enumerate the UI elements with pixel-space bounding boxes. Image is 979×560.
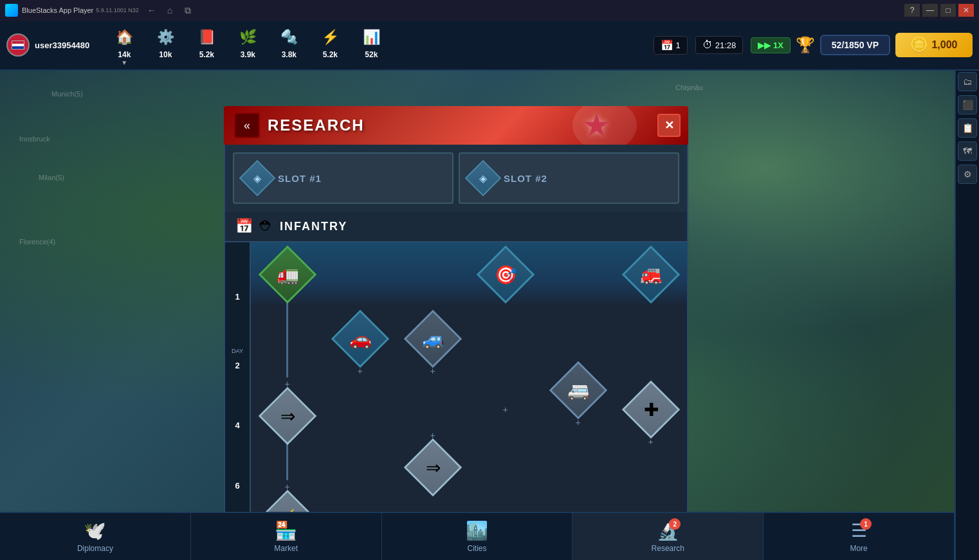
resource-item-0[interactable]: 🏠 14k ▼ [105,24,143,66]
tech-node-truck[interactable]: 🚛 [262,249,313,300]
day-label-2: 2 [225,356,250,415]
sidebar-btn-3[interactable]: 🗂 [958,72,977,91]
diplomacy-label: Diplomacy [77,544,113,553]
sidebar-btn-7[interactable]: ⚙ [958,165,977,184]
timer-hud-icon: ⏱ [702,39,713,51]
calendar-section-icon: 📅 [235,218,253,235]
bluestacks-logo [5,4,18,17]
speed-arrow-icon: ▶▶ [758,41,771,50]
sidebar-btn-5[interactable]: 📋 [958,118,977,138]
resource-value-4: 3.8k [282,50,297,59]
help-button[interactable]: ? [904,4,920,17]
day-label-4: 4 [225,415,250,475]
tech-node-arrows-1[interactable]: ⇒ [262,390,313,442]
sidebar-btn-6[interactable]: 🗺 [958,141,977,161]
map-label-munich: Munich(5) [51,90,83,98]
dialog-back-button[interactable]: « [234,113,260,138]
atgun-diamond: 🎯 [476,246,535,304]
tech-column-2: 🚗 + [324,242,396,536]
gold-display[interactable]: 🪙 1,000 [895,33,973,57]
more-label: More [850,544,867,553]
resource-item-1[interactable]: ⚙️ 10k [146,24,185,66]
window-controls: ? — □ ✕ [904,4,974,17]
vp-gold-section: 🏆 52/1850 VP 🪙 1,000 [796,33,973,57]
expand-icon-0: ▼ [121,59,127,66]
turn-value: 1 [676,41,681,50]
resource-item-6[interactable]: 📊 52k [352,24,390,66]
resource-value-5: 5.2k [323,50,338,59]
arrows-icon-3: ⇒ [425,457,440,478]
dialog-header: « RESEARCH ★ ✕ [224,106,688,145]
slot-2-card[interactable]: ◈ SLOT #2 [459,152,679,204]
resource-item-5[interactable]: ⚡ 5.2k [311,24,349,66]
app-title: BlueStacks App Player [22,6,93,14]
map-label-chisi: Chișinău [675,84,703,91]
titlebar-nav: ← ⌂ ⧉ [144,4,196,17]
tech-columns: 🚛 + ⇒ [251,242,687,536]
speed-value: 1X [773,41,783,50]
slot-1-label: SLOT #1 [278,173,322,184]
maximize-button[interactable]: □ [940,4,956,17]
tech-node-tank-1[interactable]: 🚗 [334,313,386,365]
resource-item-2[interactable]: 📕 5.2k [187,24,226,66]
star-icon: ★ [582,107,611,144]
tech-column-1: 🚛 + ⇒ [251,242,324,536]
resource-value-0: 14k [118,50,131,59]
resource-icon-3: 🌿 [235,24,261,50]
market-icon: 🏪 [275,520,297,541]
tech-column-4: 🎯 + [469,242,542,536]
slot-1-card[interactable]: ◈ SLOT #1 [233,152,453,204]
slot-1-icon: ◈ [239,160,276,197]
minimize-button[interactable]: — [922,4,938,17]
nav-cities[interactable]: 🏙️ Cities [382,513,573,560]
resource-item-4[interactable]: 🔩 3.8k [270,24,308,66]
right-sidebar: 🔔 👤 🗂 ⬛ 📋 🗺 ⚙ [955,21,979,560]
map-label-milan: Milan(5) [39,174,64,181]
tech-node-medic[interactable]: ✚ [625,384,677,435]
close-window-button[interactable]: ✕ [958,4,974,17]
speed-indicator[interactable]: ▶▶ 1X [751,37,791,53]
resource-item-3[interactable]: 🌿 3.9k [228,24,267,66]
arrows-diamond-3: ⇒ [403,438,462,497]
tree-content: 🚛 + ⇒ [251,242,687,536]
slot-1-diamond-icon: ◈ [253,172,261,185]
nav-more[interactable]: 1 ☰ More [764,513,955,560]
back-nav-button[interactable]: ← [144,4,160,17]
tech-column-6: 🚒 ✚ + [614,242,687,536]
atgun-icon: 🎯 [494,264,517,285]
nav-market[interactable]: 🏪 Market [191,513,382,560]
dialog-close-button[interactable]: ✕ [657,114,681,137]
tech-node-arrows-3[interactable]: ⇒ [407,442,459,493]
nav-diplomacy[interactable]: 🕊️ Diplomacy [0,513,191,560]
tech-node-armored2[interactable]: 🚒 [625,249,677,300]
home-nav-button[interactable]: ⌂ [162,4,178,17]
diplomacy-icon: 🕊️ [84,520,106,541]
game-hud: 📅 1 ⏱ 21:28 ▶▶ 1X [654,36,791,55]
connector-1b [286,442,288,480]
user-section: user33954480 [6,33,89,57]
jeep-diamond: 🚐 [549,361,607,420]
tank-diamond-1: 🚗 [331,310,389,368]
day-text: DAY [225,347,250,356]
map-label-innsbruck: Innsbruck [19,135,50,143]
close-x-icon: ✕ [664,118,674,132]
calendar-hud-icon: 📅 [661,39,673,51]
research-tree: 1 DAY 2 4 6 [225,242,687,536]
infantry-header: 📅 ⛑ INFANTRY [225,212,687,242]
arrows-icon-1: ⇒ [280,406,295,427]
tech-node-jeep[interactable]: 🚐 [553,365,604,416]
trophy-icon: 🏆 [796,36,815,54]
medic-icon: ✚ [643,399,658,420]
window-nav-button[interactable]: ⧉ [180,4,196,17]
sidebar-btn-4[interactable]: ⬛ [958,95,977,114]
research-dialog: « RESEARCH ★ ✕ ◈ SLOT #1 ◈ SLOT #2 [224,106,688,537]
nav-research[interactable]: 2 🔬 Research [572,513,764,560]
app-subtitle: 5.9.11.1001 N32 [96,7,139,14]
jeep-icon: 🚐 [567,380,589,401]
tech-node-armored[interactable]: 🚙 [407,313,459,365]
resource-icon-6: 📊 [358,24,384,50]
tech-node-atgun[interactable]: 🎯 [480,249,531,300]
armored-diamond: 🚙 [403,310,462,368]
bottom-navigation: 🕊️ Diplomacy 🏪 Market 🏙️ Cities 2 🔬 Rese… [0,512,955,560]
slot-2-diamond-icon: ◈ [479,172,487,185]
